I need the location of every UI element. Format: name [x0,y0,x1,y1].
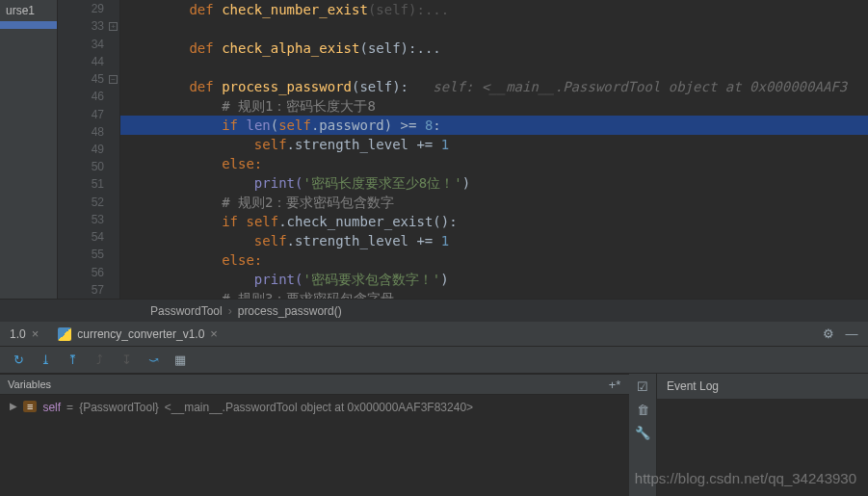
calculator-icon[interactable]: ▦ [173,353,187,367]
crumb-method[interactable]: process_password() [232,304,348,318]
variable-name[interactable]: self [42,401,61,414]
line-number: 56 [58,264,119,281]
line-number: 57 [58,281,119,299]
event-log-header: Event Log [657,374,868,399]
code-editor[interactable]: def check_number_exist(self):... def che… [120,0,868,299]
tab-file[interactable]: currency_converter_v1.0× [48,323,227,345]
line-number: 51 [58,175,119,193]
step-over-icon[interactable]: ⤓ [39,353,52,367]
line-number: 44 [58,53,119,70]
minimize-icon[interactable]: — [845,327,858,341]
run-cursor-icon: ↧ [119,353,133,367]
restart-icon[interactable]: ↻ [12,353,25,367]
python-icon [58,327,71,341]
line-number: 52 [58,194,119,211]
line-number: 45− [58,70,119,88]
line-number: 34 [58,35,119,52]
add-watch-icon[interactable]: +* [608,378,621,391]
crumb-class[interactable]: PasswordTool [145,304,228,318]
close-icon[interactable]: × [32,326,39,341]
line-number: 50 [58,158,119,175]
line-number: 33+ [58,17,119,35]
line-number: 55 [58,246,119,263]
project-sidebar[interactable]: urse1 [0,0,58,299]
fold-icon[interactable]: − [109,75,118,84]
line-number: 53 [58,211,119,228]
project-item[interactable]: urse1 [0,0,57,21]
line-number: 49 [58,141,119,158]
line-number: 47 [58,105,119,122]
fold-icon[interactable]: + [109,22,118,31]
line-number: 46 [58,88,119,105]
debug-panel: Variables +* ▶ ≡ self = {PasswordTool} <… [0,374,629,496]
variable-badge: ≡ [23,401,37,412]
expand-icon[interactable]: ▶ [10,401,17,411]
line-number: 54 [58,228,119,246]
checkbox-icon[interactable]: ☑ [636,379,649,393]
gear-icon[interactable]: ⚙ [822,327,835,341]
variable-type: {PasswordTool} [79,401,159,414]
line-number: 48 [58,123,119,141]
tool-tabs: 1.0× currency_converter_v1.0× ⚙ — [0,322,868,347]
debug-toolbar: ↻ ⤓ ⤒ ⤴ ↧ ⤻ ▦ [0,347,868,374]
wrench-icon[interactable]: 🔧 [636,426,649,439]
tab-run-config[interactable]: 1.0× [0,323,48,345]
watermark: https://blog.csdn.net/qq_34243930 [635,470,856,486]
variables-header: Variables [8,379,51,390]
line-gutter: 29 33+ 34 44 45− 46 47 48 49 50 51 52 53… [58,0,120,299]
project-item-selected[interactable] [0,21,57,29]
close-icon[interactable]: × [210,326,218,341]
evaluate-icon[interactable]: ⤻ [146,353,160,367]
trash-icon[interactable]: 🗑 [636,403,649,416]
breadcrumb[interactable]: PasswordTool › process_password() [0,299,868,322]
step-out-icon: ⤴ [92,353,106,367]
variables-body[interactable]: ▶ ≡ self = {PasswordTool} <__main__.Pass… [0,395,629,496]
variable-value: <__main__.PasswordTool object at 0x00000… [165,401,473,414]
step-into-icon[interactable]: ⤒ [66,353,79,367]
line-number: 29 [58,0,119,17]
